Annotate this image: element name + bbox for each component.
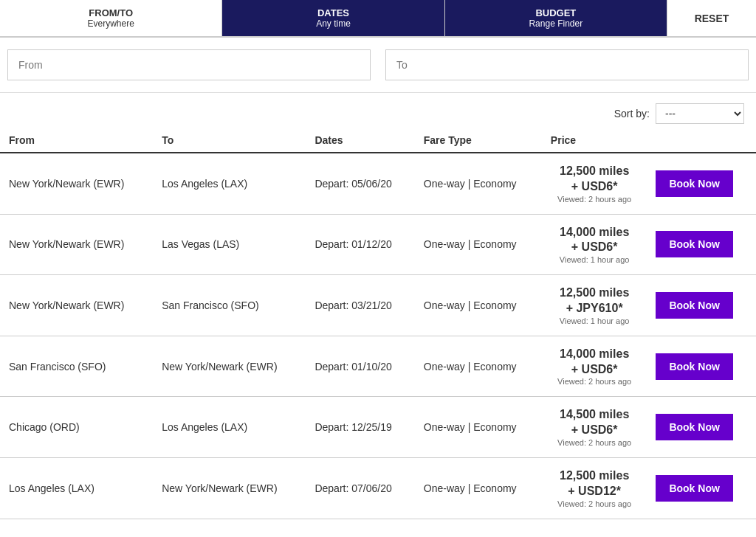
cell-price-3: 14,000 miles+ USD6* Viewed: 2 hours ago: [542, 336, 647, 397]
price-main-2: 12,500 miles+ JPY610*: [551, 285, 639, 316]
cell-book-3[interactable]: Book Now: [647, 336, 756, 397]
cell-price-0: 12,500 miles+ USD6* Viewed: 2 hours ago: [542, 153, 647, 214]
cell-dates-5: Depart: 07/06/20: [306, 457, 414, 519]
sort-bar: Sort by: ---: [0, 93, 756, 128]
cell-book-1[interactable]: Book Now: [647, 214, 756, 275]
cell-book-5[interactable]: Book Now: [647, 457, 756, 519]
price-viewed-4: Viewed: 2 hours ago: [551, 438, 639, 447]
price-main-1: 14,000 miles+ USD6*: [551, 225, 639, 256]
cell-from-0: New York/Newark (EWR): [0, 153, 153, 214]
cell-to-1: Las Vegas (LAS): [153, 214, 306, 275]
nav-from-to[interactable]: FROM/TO Everywhere: [0, 0, 222, 36]
book-button-1[interactable]: Book Now: [656, 231, 732, 257]
table-row: San Francisco (SFO) New York/Newark (EWR…: [0, 336, 756, 397]
cell-from-2: New York/Newark (EWR): [0, 275, 153, 336]
table-header-row: From To Dates Fare Type Price: [0, 128, 756, 153]
cell-fare-2: One-way | Economy: [415, 275, 542, 336]
nav-from-to-label: FROM/TO: [15, 7, 207, 18]
book-button-0[interactable]: Book Now: [656, 170, 732, 197]
cell-price-4: 14,500 miles+ USD6* Viewed: 2 hours ago: [542, 397, 647, 458]
price-main-5: 12,500 miles+ USD12*: [551, 468, 639, 499]
cell-dates-4: Depart: 12/25/19: [306, 397, 414, 458]
price-viewed-5: Viewed: 2 hours ago: [551, 499, 639, 508]
nav-from-to-sub: Everywhere: [15, 18, 207, 29]
book-button-4[interactable]: Book Now: [656, 414, 732, 440]
top-nav: FROM/TO Everywhere DATES Any time BUDGET…: [0, 0, 756, 38]
nav-dates-label: DATES: [237, 7, 429, 18]
cell-book-2[interactable]: Book Now: [647, 275, 756, 336]
book-button-5[interactable]: Book Now: [656, 475, 732, 502]
cell-price-5: 12,500 miles+ USD12* Viewed: 2 hours ago: [542, 457, 647, 519]
cell-from-4: Chicago (ORD): [0, 397, 153, 458]
cell-to-5: New York/Newark (EWR): [153, 457, 306, 519]
cell-from-3: San Francisco (SFO): [0, 336, 153, 397]
col-header-dates: Dates: [306, 128, 414, 153]
table-row: Chicago (ORD) Los Angeles (LAX) Depart: …: [0, 397, 756, 458]
nav-budget-label: BUDGET: [460, 7, 652, 18]
book-button-3[interactable]: Book Now: [656, 353, 732, 380]
cell-dates-3: Depart: 01/10/20: [306, 336, 414, 397]
cell-dates-1: Depart: 01/12/20: [306, 214, 414, 275]
cell-fare-0: One-way | Economy: [415, 153, 542, 214]
table-row: New York/Newark (EWR) San Francisco (SFO…: [0, 275, 756, 336]
book-button-2[interactable]: Book Now: [656, 292, 732, 319]
table-row: New York/Newark (EWR) Las Vegas (LAS) De…: [0, 214, 756, 275]
search-bar: [0, 38, 756, 93]
price-main-3: 14,000 miles+ USD6*: [551, 347, 639, 378]
cell-from-1: New York/Newark (EWR): [0, 214, 153, 275]
cell-book-0[interactable]: Book Now: [647, 153, 756, 214]
results-table: From To Dates Fare Type Price New York/N…: [0, 128, 756, 519]
cell-dates-2: Depart: 03/21/20: [306, 275, 414, 336]
nav-reset-label: RESET: [695, 13, 729, 24]
sort-label: Sort by:: [614, 108, 650, 119]
price-viewed-2: Viewed: 1 hour ago: [551, 316, 639, 325]
nav-dates[interactable]: DATES Any time: [222, 0, 444, 36]
cell-fare-4: One-way | Economy: [415, 397, 542, 458]
price-viewed-0: Viewed: 2 hours ago: [551, 195, 639, 204]
cell-fare-1: One-way | Economy: [415, 214, 542, 275]
col-header-price: Price: [542, 128, 647, 153]
cell-from-5: Los Angeles (LAX): [0, 457, 153, 519]
price-main-4: 14,500 miles+ USD6*: [551, 407, 639, 438]
col-header-to: To: [153, 128, 306, 153]
to-input[interactable]: [385, 49, 749, 80]
price-main-0: 12,500 miles+ USD6*: [551, 164, 639, 195]
cell-fare-5: One-way | Economy: [415, 457, 542, 519]
nav-budget-sub: Range Finder: [460, 18, 652, 29]
price-viewed-3: Viewed: 2 hours ago: [551, 377, 639, 386]
sort-select[interactable]: ---: [656, 103, 744, 124]
from-input[interactable]: [7, 49, 371, 80]
cell-to-3: New York/Newark (EWR): [153, 336, 306, 397]
col-header-from: From: [0, 128, 153, 153]
cell-book-4[interactable]: Book Now: [647, 397, 756, 458]
nav-dates-sub: Any time: [237, 18, 429, 29]
table-row: Los Angeles (LAX) New York/Newark (EWR) …: [0, 457, 756, 519]
cell-price-1: 14,000 miles+ USD6* Viewed: 1 hour ago: [542, 214, 647, 275]
price-viewed-1: Viewed: 1 hour ago: [551, 255, 639, 264]
cell-to-4: Los Angeles (LAX): [153, 397, 306, 458]
nav-budget[interactable]: BUDGET Range Finder: [445, 0, 667, 36]
col-header-action: [647, 128, 756, 153]
nav-reset[interactable]: RESET: [667, 0, 756, 36]
cell-fare-3: One-way | Economy: [415, 336, 542, 397]
col-header-fare-type: Fare Type: [415, 128, 542, 153]
table-row: New York/Newark (EWR) Los Angeles (LAX) …: [0, 153, 756, 214]
cell-to-2: San Francisco (SFO): [153, 275, 306, 336]
cell-to-0: Los Angeles (LAX): [153, 153, 306, 214]
cell-dates-0: Depart: 05/06/20: [306, 153, 414, 214]
cell-price-2: 12,500 miles+ JPY610* Viewed: 1 hour ago: [542, 275, 647, 336]
